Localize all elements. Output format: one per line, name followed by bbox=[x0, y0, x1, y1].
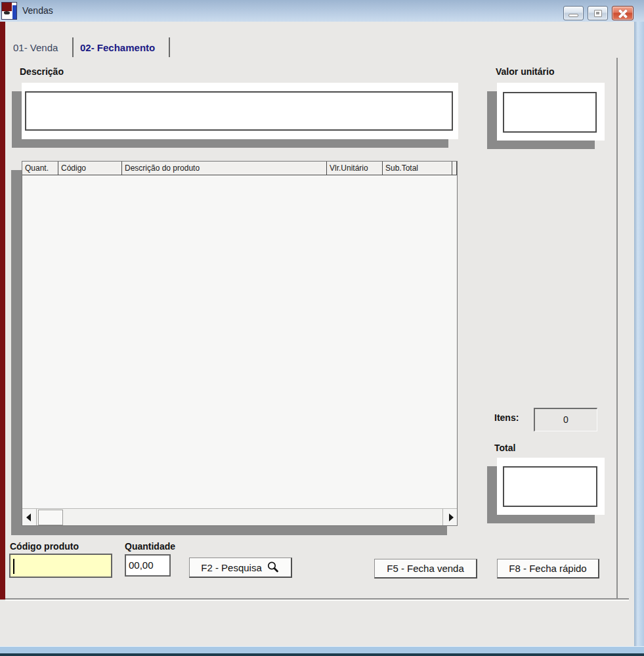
scrollbar-thumb[interactable] bbox=[38, 510, 63, 525]
quantidade-label: Quantidade bbox=[125, 541, 175, 552]
tabpage-bottom-border bbox=[5, 598, 629, 600]
descricao-panel bbox=[22, 83, 458, 139]
valor-unitario-label: Valor unitário bbox=[496, 66, 554, 77]
tab-venda[interactable]: 01- Venda bbox=[13, 39, 58, 56]
app-icon-red-part bbox=[2, 3, 12, 11]
grid-header-quant: Quant. bbox=[22, 162, 58, 175]
itens-label: Itens: bbox=[494, 412, 519, 423]
app-icon-blue-part bbox=[12, 5, 16, 20]
window-controls bbox=[563, 6, 633, 20]
itens-count-box: 0 bbox=[534, 408, 597, 431]
tab-fechamento[interactable]: 02- Fechamento bbox=[80, 39, 155, 56]
total-panel bbox=[497, 458, 605, 515]
window-right-border bbox=[634, 22, 644, 646]
tabpage-right-border bbox=[616, 58, 618, 598]
codigo-produto-label: Código produto bbox=[10, 541, 79, 552]
total-field bbox=[503, 466, 597, 507]
app-icon-dark-part bbox=[4, 11, 10, 14]
grid-header-codigo: Código bbox=[58, 162, 122, 175]
text-caret bbox=[13, 559, 14, 574]
grid-header-descricao: Descrição do produto bbox=[122, 162, 327, 175]
app-icon bbox=[1, 2, 17, 20]
grid-horizontal-scrollbar[interactable] bbox=[22, 508, 457, 525]
quantidade-input[interactable]: 00,00 bbox=[125, 554, 171, 577]
taskbar-strip bbox=[0, 646, 644, 653]
products-grid: Quant. Código Descrição do produto Vlr.U… bbox=[22, 161, 458, 526]
scroll-right-arrow-icon bbox=[449, 514, 454, 521]
descricao-label: Descrição bbox=[20, 66, 64, 77]
fecha-rapido-button[interactable]: F8 - Fecha rápido bbox=[497, 559, 599, 579]
grid-header-row: Quant. Código Descrição do produto Vlr.U… bbox=[22, 162, 457, 175]
minimize-icon bbox=[569, 14, 578, 17]
tab-separator bbox=[169, 37, 170, 57]
pesquisa-button[interactable]: F2 - Pesquisa bbox=[189, 558, 292, 578]
scroll-right-button[interactable] bbox=[442, 509, 457, 525]
pesquisa-button-label: F2 - Pesquisa bbox=[201, 562, 262, 573]
maximize-button[interactable] bbox=[588, 6, 608, 20]
grid-header-clipped bbox=[452, 162, 457, 175]
grid-body[interactable] bbox=[22, 175, 457, 508]
window-title: Vendas bbox=[22, 5, 53, 16]
scroll-left-button[interactable] bbox=[22, 509, 37, 525]
descricao-field[interactable] bbox=[25, 91, 453, 131]
valor-unitario-field[interactable] bbox=[503, 92, 597, 133]
scroll-left-arrow-icon bbox=[26, 514, 31, 521]
minimize-button[interactable] bbox=[563, 6, 584, 20]
close-icon bbox=[612, 7, 633, 20]
maximize-icon bbox=[594, 10, 602, 17]
tab-separator bbox=[72, 37, 74, 57]
left-red-strip bbox=[0, 22, 5, 600]
total-label: Total bbox=[494, 443, 515, 453]
grid-header-vlr-unitario: Vlr.Unitário bbox=[327, 162, 383, 175]
fecha-venda-button[interactable]: F5 - Fecha venda bbox=[374, 559, 477, 579]
titlebar: Vendas bbox=[0, 0, 644, 22]
close-button[interactable] bbox=[612, 6, 633, 20]
codigo-produto-input[interactable] bbox=[9, 554, 112, 578]
vendas-window: Vendas 01- Venda 02- Fechamento Descriçã… bbox=[0, 0, 644, 656]
taskbar-edge-line bbox=[0, 653, 644, 656]
valor-unitario-panel bbox=[497, 83, 605, 141]
grid-header-subtotal: Sub.Total bbox=[383, 162, 452, 175]
magnifier-icon bbox=[267, 561, 280, 574]
